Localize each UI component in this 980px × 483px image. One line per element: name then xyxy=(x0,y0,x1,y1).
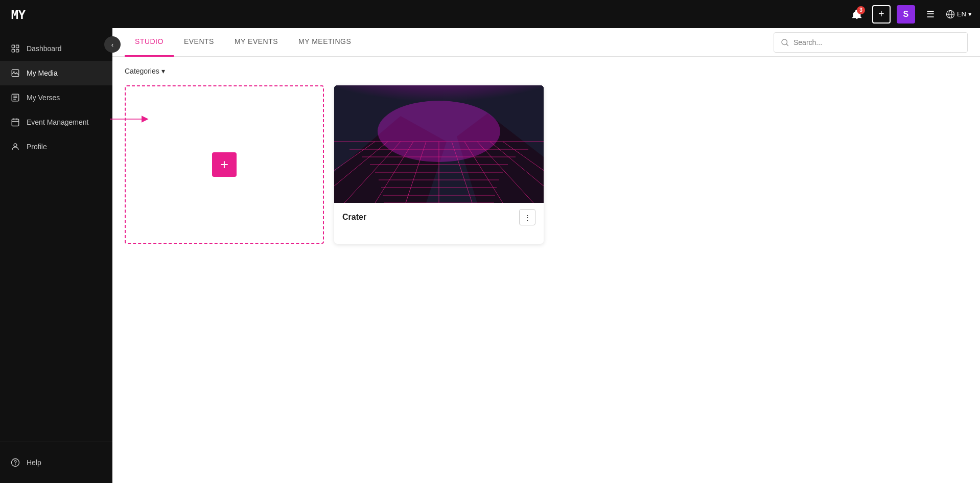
sidebar: ‹ Dashboard xyxy=(0,28,112,483)
svg-rect-8 xyxy=(16,50,19,52)
media-card-crater: Crater ⋮ xyxy=(334,85,544,244)
sidebar-label-dashboard: Dashboard xyxy=(27,44,62,53)
svg-rect-7 xyxy=(12,50,14,52)
notification-button[interactable]: 3 xyxy=(848,5,866,24)
chevron-left-icon: ‹ xyxy=(111,41,113,49)
svg-rect-6 xyxy=(16,45,19,48)
menu-button[interactable]: ☰ xyxy=(921,5,940,24)
tab-studio[interactable]: STUDIO xyxy=(125,28,174,57)
sidebar-label-help: Help xyxy=(27,458,41,467)
search-icon xyxy=(780,38,789,47)
search-input[interactable] xyxy=(794,38,961,47)
header: MY 3 + S ☰ EN ▾ xyxy=(0,0,980,28)
add-new-card[interactable]: + xyxy=(125,85,324,244)
svg-text:MY: MY xyxy=(11,8,26,22)
sidebar-label-event-management: Event Management xyxy=(27,118,88,126)
sidebar-label-my-media: My Media xyxy=(27,69,58,77)
svg-point-13 xyxy=(14,144,17,147)
header-right: 3 + S ☰ EN ▾ xyxy=(848,5,972,24)
logo: MY xyxy=(8,3,31,26)
sidebar-item-event-management[interactable]: Event Management xyxy=(0,110,112,134)
user-icon xyxy=(10,142,20,152)
sidebar-bottom: Help xyxy=(0,442,112,483)
language-button[interactable]: EN ▾ xyxy=(946,10,972,19)
media-card-title-crater: Crater xyxy=(342,213,366,222)
categories-filter-button[interactable]: Categories ▾ xyxy=(125,67,165,75)
media-card-image-crater xyxy=(334,85,544,203)
calendar-icon xyxy=(10,117,20,127)
search-box xyxy=(774,32,968,53)
more-options-button-crater[interactable]: ⋮ xyxy=(519,209,535,225)
help-icon xyxy=(10,457,20,468)
header-left: MY xyxy=(8,3,31,26)
notification-badge: 3 xyxy=(857,6,865,14)
sidebar-item-help[interactable]: Help xyxy=(0,450,112,475)
main-layout: ‹ Dashboard xyxy=(0,28,980,483)
content-area: STUDIO EVENTS MY EVENTS MY MEETINGS Cate… xyxy=(112,28,980,483)
tab-my-meetings[interactable]: MY MEETINGS xyxy=(288,28,361,57)
add-card-button[interactable]: + xyxy=(212,152,237,177)
categories-label: Categories xyxy=(125,67,159,75)
crater-image xyxy=(334,85,544,203)
language-label: EN xyxy=(957,10,966,18)
tab-my-events[interactable]: MY EVENTS xyxy=(224,28,288,57)
sidebar-item-profile[interactable]: Profile xyxy=(0,134,112,159)
filter-row: Categories ▾ xyxy=(125,67,968,75)
tab-list: STUDIO EVENTS MY EVENTS MY MEETINGS xyxy=(125,28,361,57)
cards-grid: + xyxy=(125,85,968,244)
sidebar-item-dashboard[interactable]: Dashboard xyxy=(0,36,112,61)
sidebar-item-my-verses[interactable]: My Verses xyxy=(0,85,112,110)
svg-rect-12 xyxy=(12,119,19,126)
add-button[interactable]: + xyxy=(872,5,891,24)
studio-content: Categories ▾ + xyxy=(112,57,980,483)
svg-rect-5 xyxy=(12,45,14,48)
plus-icon: + xyxy=(220,156,228,173)
media-card-footer-crater: Crater ⋮ xyxy=(334,203,544,232)
list-icon xyxy=(10,93,20,103)
tab-bar: STUDIO EVENTS MY EVENTS MY MEETINGS xyxy=(112,28,980,57)
grid-icon xyxy=(10,43,20,54)
tab-events[interactable]: EVENTS xyxy=(174,28,224,57)
image-icon xyxy=(10,68,20,78)
sidebar-item-my-media[interactable]: My Media xyxy=(0,61,112,85)
sidebar-toggle-button[interactable]: ‹ xyxy=(104,36,121,53)
sidebar-label-profile: Profile xyxy=(27,143,47,151)
sidebar-nav: Dashboard My Media My Verses xyxy=(0,28,112,442)
chevron-down-icon: ▾ xyxy=(161,67,165,75)
sidebar-label-my-verses: My Verses xyxy=(27,94,60,102)
avatar-button[interactable]: S xyxy=(897,5,915,24)
